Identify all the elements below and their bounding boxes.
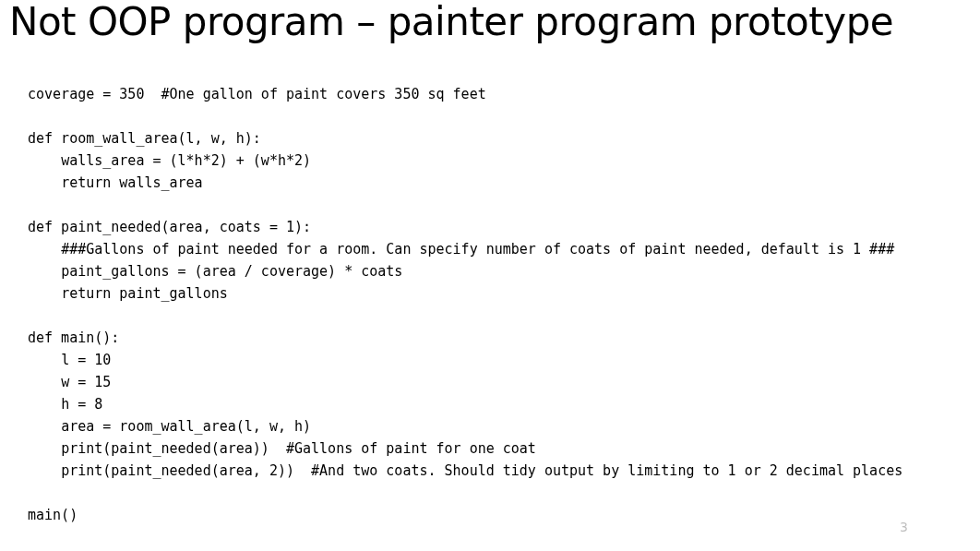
code-block: coverage = 350 #One gallon of paint cove… <box>28 83 952 526</box>
slide-title: Not OOP program – painter program protot… <box>0 0 980 44</box>
page-number: 3 <box>900 520 908 534</box>
